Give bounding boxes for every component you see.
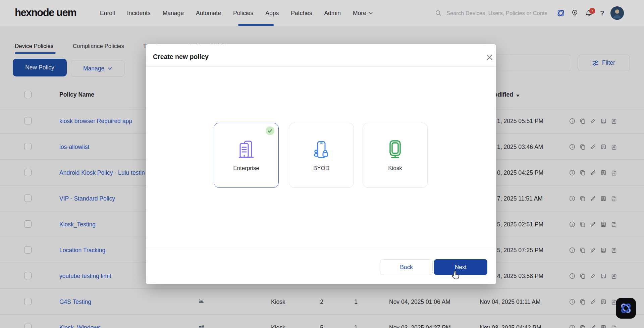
card-label-enterprise: Enterprise (233, 165, 259, 172)
policy-type-card-kiosk[interactable]: Kiosk (363, 123, 428, 188)
next-button[interactable]: Next (434, 259, 487, 275)
selected-check-icon (266, 126, 274, 135)
enterprise-buildings-icon (235, 139, 257, 160)
hexnode-chat-widget[interactable] (616, 298, 636, 319)
modal-footer-divider (146, 249, 496, 249)
create-policy-modal: Create new policy Enterprise (146, 44, 496, 284)
byod-phone-user-lock-icon (311, 139, 332, 160)
modal-title: Create new policy (153, 53, 209, 61)
card-label-byod: BYOD (313, 165, 329, 172)
close-icon[interactable] (484, 52, 495, 62)
modal-header-divider (146, 66, 496, 67)
card-label-kiosk: Kiosk (388, 165, 402, 172)
hexnode-uem-page: hexnode uem Enroll Incidents Manage Auto… (0, 0, 644, 328)
policy-type-card-byod[interactable]: BYOD (289, 123, 354, 188)
policy-type-card-enterprise[interactable]: Enterprise (214, 123, 279, 188)
kiosk-stand-icon (384, 139, 406, 160)
back-button[interactable]: Back (380, 259, 433, 275)
